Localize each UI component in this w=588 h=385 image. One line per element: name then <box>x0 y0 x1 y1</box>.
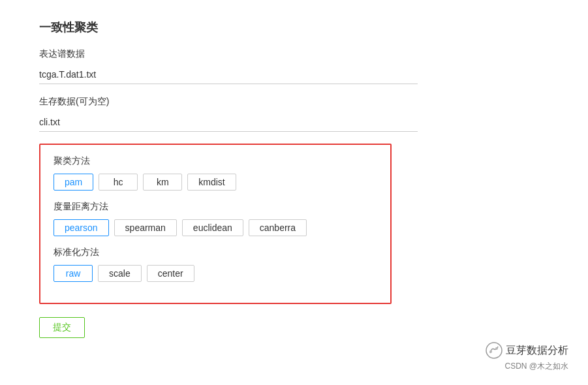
expression-input[interactable] <box>39 65 418 84</box>
watermark-sub: CSDN @木之如水 <box>504 361 568 372</box>
watermark-logo: 豆芽数据分析 <box>485 341 568 360</box>
distance-btn-canberra[interactable]: canberra <box>249 219 307 236</box>
main-container: 一致性聚类 表达谱数据 生存数据(可为空) 聚类方法 pam hc km kmd… <box>0 0 457 351</box>
svg-point-0 <box>486 343 502 358</box>
watermark-icon <box>485 341 503 360</box>
svg-point-2 <box>495 347 498 350</box>
watermark-brand: 豆芽数据分析 <box>506 344 568 358</box>
distance-method-group: pearson spearman euclidean canberra <box>54 219 377 236</box>
watermark: 豆芽数据分析 CSDN @木之如水 <box>485 341 568 372</box>
survival-label: 生存数据(可为空) <box>39 96 418 108</box>
submit-button[interactable]: 提交 <box>39 317 85 338</box>
cluster-btn-hc[interactable]: hc <box>99 174 138 191</box>
cluster-method-label: 聚类方法 <box>54 155 377 167</box>
normalize-btn-center[interactable]: center <box>147 265 194 282</box>
normalize-method-label: 标准化方法 <box>54 247 377 258</box>
cluster-btn-kmdist[interactable]: kmdist <box>187 174 236 191</box>
cluster-btn-pam[interactable]: pam <box>54 174 93 191</box>
distance-btn-pearson[interactable]: pearson <box>54 219 109 236</box>
survival-input[interactable] <box>39 113 418 132</box>
page-title: 一致性聚类 <box>39 20 418 35</box>
normalize-method-group: raw scale center <box>54 265 377 282</box>
cluster-method-group: pam hc km kmdist <box>54 174 377 191</box>
svg-point-1 <box>489 350 492 353</box>
distance-btn-spearman[interactable]: spearman <box>114 219 177 236</box>
cluster-btn-km[interactable]: km <box>143 174 182 191</box>
expression-label: 表达谱数据 <box>39 48 418 60</box>
options-box: 聚类方法 pam hc km kmdist 度量距离方法 pearson spe… <box>39 144 392 304</box>
distance-btn-euclidean[interactable]: euclidean <box>182 219 243 236</box>
distance-method-label: 度量距离方法 <box>54 201 377 213</box>
normalize-btn-raw[interactable]: raw <box>54 265 93 282</box>
normalize-btn-scale[interactable]: scale <box>98 265 142 282</box>
